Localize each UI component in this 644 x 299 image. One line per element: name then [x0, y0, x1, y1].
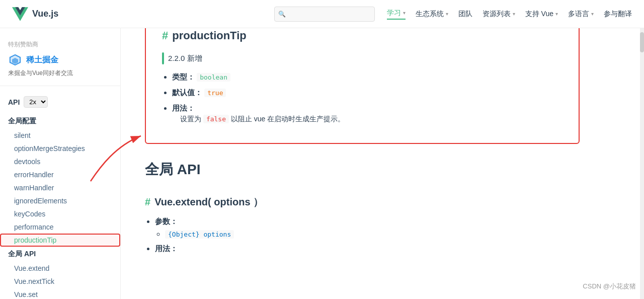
sidebar: 特别赞助商 稀土掘金 来掘金与Vue同好者交流 API 2x 3x 全局配置 s…	[0, 28, 121, 276]
prop-default: 默认值： true	[172, 88, 562, 98]
sidebar-item-silent[interactable]: silent	[0, 129, 120, 142]
sidebar-item-performance[interactable]: performance	[0, 220, 120, 234]
global-api-section: 全局 API # Vue.extend( options ） 参数： {Obje…	[145, 160, 580, 254]
usage-label: 用法：	[172, 104, 195, 112]
sidebar-item-warnhandler[interactable]: warnHandler	[0, 181, 120, 194]
nav-link-translate[interactable]: 参与翻译	[604, 10, 632, 19]
nav-link-resources[interactable]: 资源列表 ▾	[482, 10, 515, 19]
vue-logo-icon	[12, 6, 28, 22]
sidebar-item-productiontip[interactable]: productionTip	[0, 234, 120, 247]
logo-text: Vue.js	[32, 9, 58, 19]
nav-link-support[interactable]: 支持 Vue ▾	[525, 10, 558, 19]
search-input[interactable]	[274, 7, 375, 22]
sponsor-label: 特别赞助商	[8, 40, 112, 49]
heading-hash: #	[162, 29, 168, 42]
scrollbar-thumb[interactable]	[640, 32, 644, 52]
prop-usage: 用法： 设置为 false 以阻止 vue 在启动时生成生产提示。	[172, 104, 562, 125]
sidebar-item-vue-nexttick[interactable]: Vue.nextTick	[0, 275, 120, 276]
version-badge: 2.2.0 新增	[162, 52, 562, 64]
nav-links: 学习 ▾ 生态系统 ▾ 团队 资源列表 ▾ 支持 Vue ▾ 多语言 ▾ 参与翻…	[387, 9, 632, 20]
chevron-down-icon: ▾	[403, 10, 406, 16]
vue-extend-heading: # Vue.extend( options ）	[145, 195, 580, 209]
params-value: {Object} options	[165, 230, 234, 239]
api-version-row: API 2x 3x	[0, 92, 120, 114]
nav-link-learn[interactable]: 学习 ▾	[387, 9, 406, 20]
production-tip-title: productionTip	[172, 29, 246, 42]
logo[interactable]: Vue.js	[12, 6, 58, 22]
usage-code-false: false	[203, 115, 229, 123]
sponsor-logo: 稀土掘金	[8, 53, 112, 67]
sidebar-item-devtools[interactable]: devtools	[0, 155, 120, 168]
nav-link-team[interactable]: 团队	[458, 10, 472, 19]
sidebar-section-global-config: 全局配置	[0, 114, 120, 129]
sidebar-item-keycodes[interactable]: keyCodes	[0, 207, 120, 220]
sidebar-item-ignoredelements[interactable]: ignoredElements	[0, 194, 120, 207]
sponsor-section: 特别赞助商 稀土掘金 来掘金与Vue同好者交流	[0, 36, 120, 86]
version-text: 2.2.0 新增	[168, 54, 202, 63]
sponsor-icon	[8, 53, 22, 67]
global-api-title: 全局 API	[145, 160, 580, 179]
sponsor-tagline: 来掘金与Vue同好者交流	[8, 69, 112, 78]
chevron-down-icon: ▾	[591, 11, 594, 17]
usage-description: 设置为 false 以阻止 vue 在启动时生成生产提示。	[180, 113, 562, 125]
type-value: boolean	[197, 73, 230, 82]
params-value-item: {Object} options	[165, 230, 580, 238]
nav-link-language[interactable]: 多语言 ▾	[568, 10, 594, 19]
sidebar-item-errorhandler[interactable]: errorHandler	[0, 168, 120, 181]
production-tip-heading: # productionTip	[162, 29, 562, 42]
sidebar-item-vue-extend[interactable]: Vue.extend	[0, 262, 120, 275]
top-nav: Vue.js 学习 ▾ 生态系统 ▾ 团队 资源列表 ▾ 支持 Vue ▾ 多语…	[0, 0, 644, 28]
prop-list: 类型： boolean 默认值： true 用法： 设置为 false 以阻止 …	[162, 72, 562, 125]
chevron-down-icon: ▾	[555, 11, 558, 17]
sponsor-name[interactable]: 稀土掘金	[26, 55, 58, 65]
vue-extend-params: 参数： {Object} options	[155, 217, 580, 238]
vue-extend-title: Vue.extend( options ）	[154, 195, 263, 209]
version-bar	[162, 52, 164, 64]
nav-link-ecosystem[interactable]: 生态系统 ▾	[416, 10, 448, 19]
search-container	[274, 7, 375, 22]
params-label: 参数：	[155, 217, 178, 226]
vue-extend-prop-list: 参数： {Object} options 用法：	[145, 217, 580, 254]
production-tip-box: # productionTip 2.2.0 新增 类型： boolean 默认值…	[145, 16, 580, 144]
api-label: API	[8, 98, 20, 106]
version-select[interactable]: 2x 3x	[24, 96, 48, 108]
main-content: # productionTip 2.2.0 新增 类型： boolean 默认值…	[121, 0, 604, 276]
default-label: 默认值：	[172, 88, 202, 97]
default-value: true	[204, 89, 226, 97]
sidebar-item-optionmergestrategies[interactable]: optionMergeStrategies	[0, 142, 120, 155]
vue-extend-usage-label: 用法：	[155, 244, 178, 253]
scrollbar-track	[640, 28, 644, 276]
type-label: 类型：	[172, 72, 195, 81]
vue-extend-hash: #	[145, 196, 150, 208]
sidebar-section-global-api: 全局 API	[0, 247, 120, 262]
vue-extend-usage: 用法：	[155, 244, 580, 254]
chevron-down-icon: ▾	[513, 11, 515, 17]
chevron-down-icon: ▾	[446, 11, 448, 17]
prop-type: 类型： boolean	[172, 72, 562, 82]
